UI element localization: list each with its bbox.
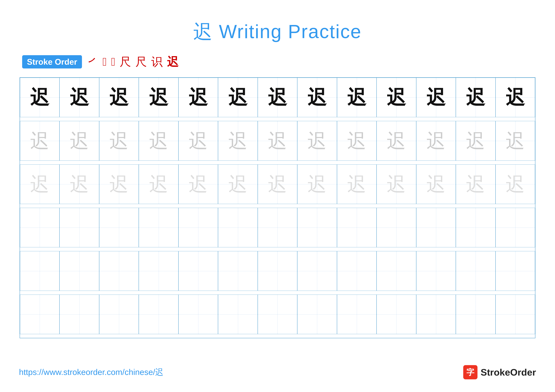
- grid-cell: [218, 251, 258, 291]
- grid-cell: 迟: [377, 78, 416, 117]
- grid-cell: 迟: [456, 164, 495, 204]
- grid-cell: [178, 208, 218, 247]
- grid-cell: [297, 208, 337, 247]
- grid-cell: 迟: [20, 164, 59, 204]
- cell-character: 迟: [70, 175, 89, 194]
- cell-character: 迟: [466, 131, 485, 150]
- grid-cell: 迟: [337, 121, 377, 161]
- grid-cell: 迟: [416, 78, 456, 117]
- grid-cell: 迟: [456, 78, 495, 117]
- cell-character: 迟: [307, 88, 327, 107]
- footer-logo: 字 StrokeOrder: [463, 365, 536, 379]
- grid-cell: [20, 251, 59, 291]
- grid-cell: [337, 208, 377, 247]
- grid-cell: [59, 208, 99, 247]
- footer: https://www.strokeorder.com/chinese/迟 字 …: [19, 359, 536, 379]
- grid-cell: [20, 208, 59, 247]
- grid-cell: 迟: [297, 121, 337, 161]
- grid-cell: 迟: [416, 121, 456, 161]
- grid-cell: 迟: [337, 164, 377, 204]
- grid-cell: 迟: [99, 164, 139, 204]
- cell-character: 迟: [307, 175, 327, 194]
- grid-cell: 迟: [99, 121, 139, 161]
- cell-character: 迟: [149, 88, 168, 107]
- grid-cell: 迟: [496, 78, 535, 117]
- grid-cell: [416, 208, 456, 247]
- grid-cell: [456, 295, 495, 334]
- cell-character: 迟: [268, 175, 287, 194]
- grid-cell: 迟: [416, 164, 456, 204]
- grid-cell: 迟: [218, 78, 258, 117]
- grid-cell: [496, 295, 535, 334]
- grid-cell: 迟: [258, 78, 297, 117]
- cell-character: 迟: [427, 88, 445, 107]
- grid-cell: 迟: [258, 164, 297, 204]
- cell-character: 迟: [268, 88, 287, 107]
- cell-character: 迟: [189, 131, 208, 150]
- stroke-6: 识: [151, 54, 163, 69]
- grid-cell: [139, 208, 178, 247]
- grid-cell: [258, 295, 297, 334]
- cell-character: 迟: [387, 175, 406, 194]
- grid-cell: 迟: [20, 121, 59, 161]
- grid-cell: [377, 251, 416, 291]
- cell-character: 迟: [30, 131, 49, 150]
- stroke-7: 迟: [167, 54, 178, 69]
- grid-cell: 迟: [139, 164, 178, 204]
- cell-character: 迟: [149, 131, 168, 150]
- cell-character: 迟: [387, 131, 406, 150]
- grid-cell: [297, 251, 337, 291]
- cell-character: 迟: [347, 131, 366, 150]
- cell-character: 迟: [506, 175, 525, 194]
- grid-cell: [416, 251, 456, 291]
- stroke-2: 𠃌: [102, 55, 107, 68]
- grid-cell: 迟: [377, 121, 416, 161]
- grid-cell: [456, 251, 495, 291]
- grid-cell: [337, 295, 377, 334]
- stroke-5: 尺: [135, 54, 147, 69]
- cell-character: 迟: [30, 88, 49, 107]
- stroke-sequence: ㇒ 𠃌 𠃑 尺 尺 识 迟: [87, 54, 179, 69]
- grid-cell: 迟: [456, 121, 495, 161]
- cell-character: 迟: [466, 88, 485, 107]
- cell-character: 迟: [427, 175, 445, 194]
- grid-cell: 迟: [337, 78, 377, 117]
- grid-cell: 迟: [139, 121, 178, 161]
- grid-cell: [178, 251, 218, 291]
- grid-cell: [416, 295, 456, 334]
- grid-cell: [59, 295, 99, 334]
- grid-cell: [139, 251, 178, 291]
- cell-character: 迟: [506, 88, 525, 107]
- grid-cell: [496, 208, 535, 247]
- footer-url[interactable]: https://www.strokeorder.com/chinese/迟: [19, 367, 163, 378]
- grid-cell: [218, 295, 258, 334]
- grid-cell: 迟: [178, 164, 218, 204]
- cell-character: 迟: [110, 88, 128, 107]
- grid-cell: [20, 295, 59, 334]
- cell-character: 迟: [189, 88, 208, 107]
- grid-cell: [218, 208, 258, 247]
- grid-cell: 迟: [139, 78, 178, 117]
- grid-cell: [178, 295, 218, 334]
- grid-cell: 迟: [258, 121, 297, 161]
- stroke-1: ㇒: [87, 54, 98, 69]
- cell-character: 迟: [228, 88, 248, 107]
- practice-grid: 迟迟迟迟迟迟迟迟迟迟迟迟迟迟迟迟迟迟迟迟迟迟迟迟迟迟迟迟迟迟迟迟迟迟迟迟迟迟迟: [20, 77, 535, 338]
- grid-cell: 迟: [496, 121, 535, 161]
- cell-character: 迟: [268, 131, 287, 150]
- grid-cell: 迟: [178, 121, 218, 161]
- grid-cell: [258, 251, 297, 291]
- logo-icon: 字: [463, 365, 477, 379]
- grid-cell: [59, 251, 99, 291]
- cell-character: 迟: [466, 175, 485, 194]
- grid-cell: [99, 295, 139, 334]
- cell-character: 迟: [149, 175, 168, 194]
- grid-cell: 迟: [99, 78, 139, 117]
- grid-cell: [377, 208, 416, 247]
- grid-cell: [258, 208, 297, 247]
- grid-cell: [99, 208, 139, 247]
- grid-cell: [297, 295, 337, 334]
- cell-character: 迟: [307, 131, 327, 150]
- cell-character: 迟: [189, 175, 208, 194]
- grid-cell: 迟: [178, 78, 218, 117]
